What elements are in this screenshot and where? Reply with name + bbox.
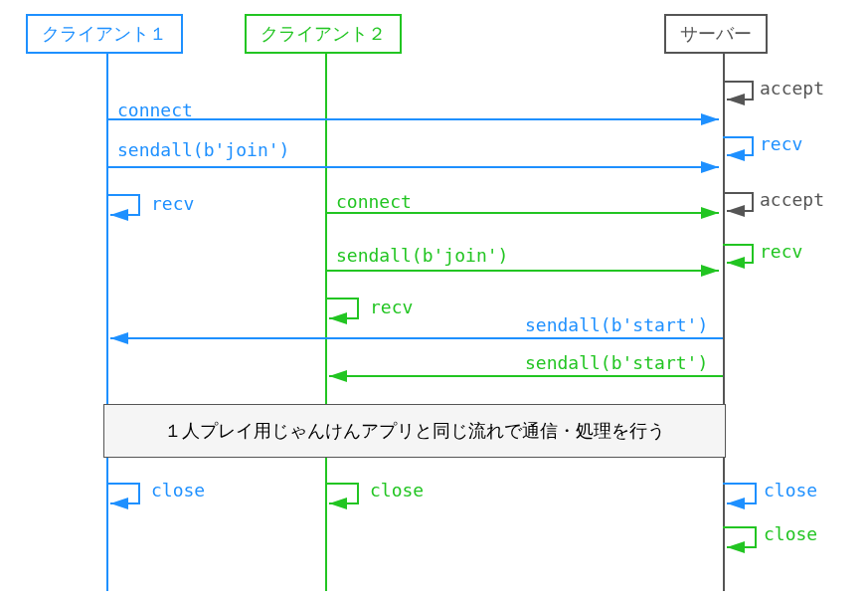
label-srv-recv1: recv <box>760 133 802 154</box>
label-c1-connect: connect <box>117 100 193 120</box>
label-srv-accept1: accept <box>760 78 824 99</box>
label-c2-close: close <box>370 480 424 501</box>
label-c2-recv: recv <box>370 297 413 317</box>
sequence-arrows <box>0 0 868 601</box>
label-srv-start1: sendall(b'start') <box>525 314 708 335</box>
participant-server-label: サーバー <box>680 24 752 44</box>
participant-client2: クライアント２ <box>245 14 402 54</box>
label-srv-close1: close <box>764 480 817 501</box>
participant-client1: クライアント１ <box>26 14 183 54</box>
label-srv-close2: close <box>764 523 817 544</box>
label-srv-recv2: recv <box>760 241 802 262</box>
participant-client2-label: クライアント２ <box>260 24 386 44</box>
label-srv-accept2: accept <box>760 189 824 210</box>
label-c1-sendjoin: sendall(b'join') <box>117 139 289 160</box>
label-srv-start2: sendall(b'start') <box>525 352 708 373</box>
lifeline-client1 <box>106 54 108 591</box>
lifeline-client2 <box>325 54 327 591</box>
lifeline-server <box>723 54 725 591</box>
label-c1-recv: recv <box>151 193 194 214</box>
label-c2-sendjoin: sendall(b'join') <box>336 245 508 266</box>
label-c1-close: close <box>151 480 205 501</box>
note-text: １人プレイ用じゃんけんアプリと同じ流れで通信・処理を行う <box>164 421 665 441</box>
note-same-flow: １人プレイ用じゃんけんアプリと同じ流れで通信・処理を行う <box>103 404 726 458</box>
participant-client1-label: クライアント１ <box>42 24 167 44</box>
participant-server: サーバー <box>664 14 768 54</box>
label-c2-connect: connect <box>336 191 412 212</box>
